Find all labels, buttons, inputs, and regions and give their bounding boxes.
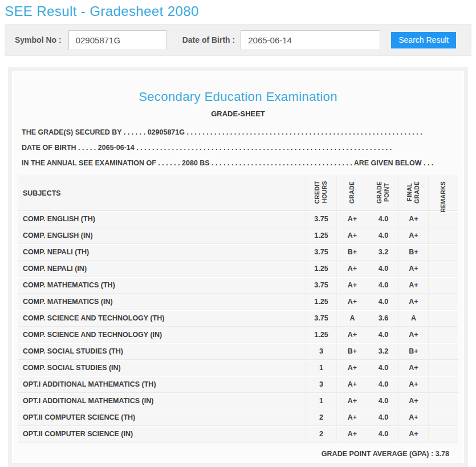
grade-point-cell: 4.0 (368, 211, 398, 228)
table-row: COMP. SCIENCE AND TECHNOLOGY (IN) 1.25 A… (18, 327, 458, 343)
grade-point-cell: 4.0 (368, 228, 398, 244)
grade-point-cell: 3.2 (368, 343, 398, 360)
grade-point-cell: 4.0 (368, 393, 398, 409)
grade-point-cell: 4.0 (368, 360, 398, 376)
result-container: Secondary Education Examination GRADE-SH… (8, 67, 468, 467)
subject-cell: COMP. SCIENCE AND TECHNOLOGY (TH) (18, 310, 306, 327)
grade-cell: A (336, 310, 368, 327)
final-grade-cell: A+ (398, 409, 428, 426)
table-row: OPT.II COMPUTER SCIENCE (IN) 2 A+ 4.0 A+ (18, 426, 458, 442)
table-header-row: SUBJECTS CREDIT HOURS GRADE GRADE POINT … (18, 176, 458, 211)
subject-cell: OPT.II COMPUTER SCIENCE (IN) (18, 426, 306, 442)
table-row: COMP. ENGLISH (TH) 3.75 A+ 4.0 A+ (18, 211, 458, 228)
credit-hours-cell: 1.25 (306, 228, 336, 244)
column-header-remarks: REMARKS (440, 181, 447, 213)
credit-hours-cell: 1.25 (306, 327, 336, 343)
grade-cell: A+ (336, 228, 368, 244)
grade-cell: A+ (336, 393, 368, 409)
column-header-final-grade: FINAL GRADE (406, 181, 421, 204)
gpa-summary: GRADE POINT AVERAGE (GPA) : 3.78 (13, 450, 449, 458)
remarks-cell (428, 360, 458, 376)
grade-cell: A+ (336, 294, 368, 310)
dob-label: Date of Birth : (182, 35, 235, 44)
subject-cell: OPT.II COMPUTER SCIENCE (TH) (18, 409, 306, 426)
exam-heading: Secondary Education Examination (13, 90, 463, 104)
grade-cell: A+ (336, 376, 368, 393)
final-grade-cell: A+ (398, 228, 428, 244)
symbol-no-input[interactable] (68, 30, 166, 50)
credit-hours-cell: 3.75 (306, 310, 336, 327)
grade-point-cell: 4.0 (368, 294, 398, 310)
table-row: OPT.I ADDITIONAL MATHEMATICS (IN) 1 A+ 4… (18, 393, 458, 409)
table-row: COMP. SCIENCE AND TECHNOLOGY (TH) 3.75 A… (18, 310, 458, 327)
credit-hours-cell: 3.75 (306, 277, 336, 294)
credit-hours-cell: 1.25 (306, 261, 336, 277)
final-grade-cell: A+ (398, 360, 428, 376)
table-row: COMP. MATHEMATICS (IN) 1.25 A+ 4.0 A+ (18, 294, 458, 310)
table-row: OPT.II COMPUTER SCIENCE (TH) 2 A+ 4.0 A+ (18, 409, 458, 426)
table-row: COMP. SOCIAL STUDIES (IN) 1 A+ 4.0 A+ (18, 360, 458, 376)
grade-point-cell: 4.0 (368, 327, 398, 343)
credit-hours-cell: 1 (306, 360, 336, 376)
grade-point-cell: 3.2 (368, 244, 398, 261)
dob-input[interactable] (241, 30, 380, 50)
remarks-cell (428, 327, 458, 343)
final-grade-cell: A+ (398, 261, 428, 277)
symbol-no-label: Symbol No : (15, 35, 62, 44)
final-grade-cell: A+ (398, 327, 428, 343)
subject-cell: COMP. ENGLISH (TH) (18, 211, 306, 228)
remarks-cell (428, 294, 458, 310)
info-line-symbol: THE GRADE(S) SECURED BY . . . . . . 0290… (22, 125, 454, 140)
table-row: COMP. ENGLISH (IN) 1.25 A+ 4.0 A+ (18, 228, 458, 244)
subject-cell: COMP. MATHEMATICS (IN) (18, 294, 306, 310)
final-grade-cell: A (398, 310, 428, 327)
table-row: COMP. SOCIAL STUDIES (TH) 3 B+ 3.2 B+ (18, 343, 458, 360)
subject-cell: OPT.I ADDITIONAL MATHEMATICS (TH) (18, 376, 306, 393)
final-grade-cell: A+ (398, 376, 428, 393)
grade-point-cell: 4.0 (368, 376, 398, 393)
subject-cell: COMP. ENGLISH (IN) (18, 228, 306, 244)
subject-cell: COMP. MATHEMATICS (TH) (18, 277, 306, 294)
info-line-dob: DATE OF BIRTH . . . . . 2065-06-14 . . .… (22, 140, 454, 156)
gradesheet-panel: Secondary Education Examination GRADE-SH… (12, 71, 464, 463)
subject-cell: COMP. SCIENCE AND TECHNOLOGY (IN) (18, 327, 306, 343)
grade-cell: B+ (336, 244, 368, 261)
credit-hours-cell: 3 (306, 343, 336, 360)
grade-point-cell: 4.0 (368, 277, 398, 294)
table-row: COMP. NEPALI (IN) 1.25 A+ 4.0 A+ (18, 261, 458, 277)
grade-cell: A+ (336, 360, 368, 376)
remarks-cell (428, 426, 458, 442)
credit-hours-cell: 1.25 (306, 294, 336, 310)
final-grade-cell: A+ (398, 426, 428, 442)
grade-cell: B+ (336, 343, 368, 360)
credit-hours-cell: 2 (306, 426, 336, 442)
table-row: COMP. MATHEMATICS (TH) 3.75 A+ 4.0 A+ (18, 277, 458, 294)
final-grade-cell: A+ (398, 277, 428, 294)
search-result-button[interactable]: Search Result (391, 32, 456, 48)
remarks-cell (428, 244, 458, 261)
search-bar: Symbol No : Date of Birth : Search Resul… (5, 24, 471, 56)
subject-cell: OPT.I ADDITIONAL MATHEMATICS (IN) (18, 393, 306, 409)
column-header-grade-point: GRADE POINT (376, 181, 390, 204)
grade-cell: A+ (336, 426, 368, 442)
remarks-cell (428, 310, 458, 327)
column-header-subjects: SUBJECTS (18, 176, 306, 211)
credit-hours-cell: 1 (306, 393, 336, 409)
remarks-cell (428, 211, 458, 228)
grade-cell: A+ (336, 277, 368, 294)
gradesheet-subheading: GRADE-SHEET (13, 109, 463, 118)
remarks-cell (428, 376, 458, 393)
grade-point-cell: 4.0 (368, 426, 398, 442)
credit-hours-cell: 2 (306, 409, 336, 426)
final-grade-cell: A+ (398, 294, 428, 310)
grade-cell: A+ (336, 327, 368, 343)
remarks-cell (428, 228, 458, 244)
grade-cell: A+ (336, 211, 368, 228)
final-grade-cell: A+ (398, 211, 428, 228)
gpa-label: GRADE POINT AVERAGE (GPA) : (322, 450, 433, 458)
gradesheet-info: THE GRADE(S) SECURED BY . . . . . . 0290… (22, 125, 454, 171)
grades-table: SUBJECTS CREDIT HOURS GRADE GRADE POINT … (18, 176, 458, 442)
table-row: COMP. NEPALI (TH) 3.75 B+ 3.2 B+ (18, 244, 458, 261)
remarks-cell (428, 261, 458, 277)
final-grade-cell: A+ (398, 393, 428, 409)
